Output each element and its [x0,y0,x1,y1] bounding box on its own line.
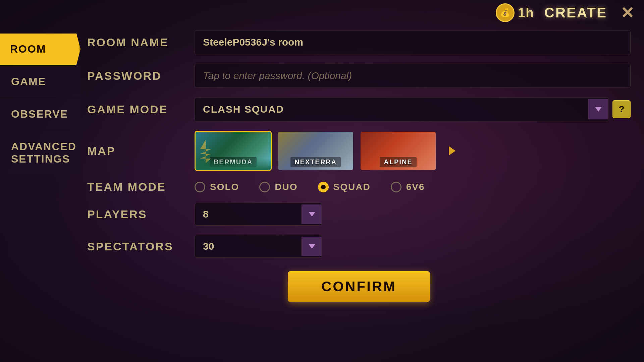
password-row: PASSWORD [87,64,631,88]
confirm-button[interactable]: CONFIRM [288,271,430,302]
bermuda-scene [196,132,271,170]
map-alpine-bg: ALPINE [361,132,436,170]
radio-squad [318,182,329,192]
sidebar: ROOM GAME OBSERVE ADVANCED SETTINGS [0,34,80,175]
game-mode-value: CLASH SQUAD [195,98,588,121]
map-cards: BERMUDA NEXTERRA ALPINE [195,131,460,171]
map-alpine-label: ALPINE [380,157,416,167]
map-card-bermuda[interactable]: BERMUDA [195,131,272,171]
players-label: PLAYERS [87,208,195,221]
game-mode-select[interactable]: CLASH SQUAD [195,97,608,121]
game-mode-help-button[interactable]: ? [612,100,631,118]
map-next-icon [449,146,455,156]
game-mode-label: GAME MODE [87,103,195,116]
top-bar: 1h CREATE ✕ [489,0,644,25]
sidebar-item-observe[interactable]: OBSERVE [0,99,80,130]
room-name-label: ROOM NAME [87,36,195,49]
map-card-alpine[interactable]: ALPINE [360,131,437,171]
sidebar-item-room[interactable]: ROOM [0,34,80,65]
game-mode-dropdown-wrapper: CLASH SQUAD ? [195,97,631,121]
spectators-arrow-icon [309,244,315,249]
radio-duo [259,182,270,192]
map-nexterra-bg: NEXTERRA [278,132,353,170]
spectators-dropdown[interactable]: 30 [195,235,322,258]
squad-label: SQUAD [333,182,371,192]
team-mode-row: TEAM MODE SOLO DUO SQUAD 6V6 [87,180,631,193]
map-nexterra-label: NEXTERRA [290,157,341,167]
team-option-duo[interactable]: DUO [259,182,298,192]
team-mode-options: SOLO DUO SQUAD 6V6 [195,182,425,192]
radio-6v6 [391,182,401,192]
game-mode-arrow-icon [595,107,602,112]
close-button[interactable]: ✕ [617,3,637,23]
team-mode-label: TEAM MODE [87,180,195,193]
create-button[interactable]: CREATE [537,5,614,21]
password-input[interactable] [195,64,631,88]
room-name-input[interactable] [195,30,631,54]
players-arrow-icon [309,212,315,217]
map-bermuda-bg: BERMUDA [196,132,271,170]
players-value: 8 [195,203,302,225]
players-arrow-btn[interactable] [302,204,322,224]
players-dropdown[interactable]: 8 [195,203,322,226]
6v6-label: 6V6 [406,182,425,192]
spectators-label: SPECTATORS [87,240,195,253]
spectators-arrow-btn[interactable] [302,237,322,256]
team-option-6v6[interactable]: 6V6 [391,182,425,192]
duo-label: DUO [275,182,298,192]
password-label: PASSWORD [87,69,195,82]
sidebar-item-game[interactable]: GAME [0,66,80,97]
map-label: MAP [87,144,195,158]
game-mode-arrow-btn[interactable] [588,99,608,119]
team-option-solo[interactable]: SOLO [195,182,239,192]
spectators-row: SPECTATORS 30 [87,235,631,258]
spectators-value: 30 [195,235,302,257]
map-card-nexterra[interactable]: NEXTERRA [277,131,354,171]
map-next-button[interactable] [445,143,460,158]
timer-display: 1h [518,6,534,20]
game-mode-row: GAME MODE CLASH SQUAD ? [87,97,631,121]
radio-solo [195,182,205,192]
coin-icon [496,3,515,22]
map-row: MAP BERMUDA NEXTERRA ALPINE [87,131,631,171]
room-name-row: ROOM NAME [87,30,631,54]
players-row: PLAYERS 8 [87,203,631,226]
solo-label: SOLO [210,182,239,192]
main-content: ROOM NAME PASSWORD GAME MODE CLASH SQUAD… [87,30,631,349]
sidebar-item-advanced-settings[interactable]: ADVANCED SETTINGS [0,131,80,175]
team-option-squad[interactable]: SQUAD [318,182,371,192]
